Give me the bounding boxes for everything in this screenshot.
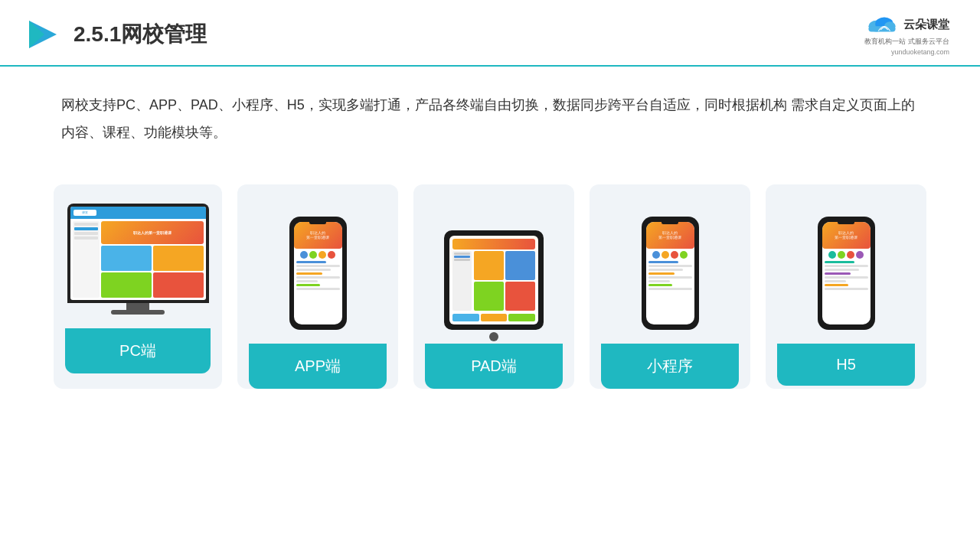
mini-mockup-wrapper: 职达人的第一堂职通课: [609, 207, 731, 330]
h5-device: 职达人的第一堂职通课: [818, 217, 875, 330]
tablet-content: [449, 236, 538, 324]
mini-phone-banner: 职达人的第一堂职通课: [646, 222, 694, 249]
brand-logo-img: 云朵课堂: [865, 14, 949, 35]
mini-label: 小程序: [601, 344, 739, 389]
brand-name: 云朵课堂: [903, 18, 949, 32]
h5-icon-2: [838, 251, 845, 259]
brand-tagline: 教育机构一站 式服务云平台: [864, 37, 949, 47]
tablet-screen: [449, 236, 538, 324]
mini-phone-notch: [662, 220, 678, 224]
tablet-outer: [444, 230, 544, 330]
mini-device: 职达人的第一堂职通课: [642, 217, 699, 330]
h5-label: H5: [777, 344, 915, 386]
tablet-header-bar: [452, 239, 535, 249]
card-mini: 职达人的第一堂职通课: [590, 184, 750, 389]
brand-url: yunduoketang.com: [891, 48, 949, 56]
h5-phone-outer: 职达人的第一堂职通课: [818, 217, 875, 330]
app-device: 职达人的第一堂职通课: [289, 217, 347, 330]
h5-icons-row: [822, 251, 871, 259]
h5-icon-4: [856, 251, 864, 259]
card-app: 职达人的第一堂职通课: [237, 184, 398, 389]
brand-logo: 云朵课堂 教育机构一站 式服务云平台 yunduoketang.com: [864, 14, 949, 56]
cards-container: 课堂 职达人的第一堂职通课: [0, 161, 980, 404]
header: 2.5.1网校管理 云朵课堂 教育机构一站 式服务云平台 yunduoketan…: [0, 0, 980, 67]
card-h5: 职达人的第一堂职通课: [766, 184, 926, 389]
cloud-icon: [865, 14, 899, 35]
mini-icons-row: [646, 251, 694, 259]
pc-mockup-wrapper: 课堂 职达人的第一堂职通课: [69, 207, 207, 315]
card-pc: 课堂 职达人的第一堂职通课: [54, 184, 222, 389]
h5-phone-screen: 职达人的第一堂职通课: [822, 222, 871, 324]
h5-icon-1: [828, 251, 836, 259]
pad-label: PAD端: [425, 344, 563, 389]
mini-icon-3: [671, 251, 678, 259]
phone-icon-4: [328, 251, 335, 259]
logo-arrow-icon: [23, 16, 60, 53]
app-label: APP端: [249, 344, 387, 389]
mini-icon-1: [652, 251, 660, 259]
phone-icon-1: [300, 251, 308, 259]
phone-screen: 职达人的第一堂职通课: [294, 222, 342, 324]
phone-outer: 职达人的第一堂职通课: [289, 217, 347, 330]
app-mockup-wrapper: 职达人的第一堂职通课: [256, 207, 379, 330]
pc-label: PC端: [65, 328, 211, 373]
h5-mockup-wrapper: 职达人的第一堂职通课: [785, 207, 907, 330]
phone-banner: 职达人的第一堂职通课: [294, 222, 342, 249]
page-title: 2.5.1网校管理: [74, 20, 207, 49]
phone-icons-row: [294, 251, 342, 259]
phone-notch: [309, 220, 326, 224]
tablet-home-button: [489, 332, 498, 341]
pc-screen-inner: 课堂 职达人的第一堂职通课: [70, 207, 206, 300]
pc-stand: [126, 303, 149, 310]
phone-icon-2: [309, 251, 317, 259]
pc-device: 课堂 职达人的第一堂职通课: [67, 204, 209, 315]
pc-base: [111, 310, 165, 315]
phone-lines: [294, 261, 342, 292]
header-left: 2.5.1网校管理: [23, 16, 207, 53]
mini-icon-4: [680, 251, 688, 259]
phone-icon-3: [318, 251, 326, 259]
mini-lines: [646, 261, 694, 292]
mini-phone-screen: 职达人的第一堂职通课: [646, 222, 694, 324]
card-pad: PAD端: [413, 184, 574, 389]
pad-device: [444, 230, 544, 330]
h5-lines: [822, 261, 871, 292]
h5-phone-banner: 职达人的第一堂职通课: [822, 222, 871, 249]
pc-screen-outer: 课堂 职达人的第一堂职通课: [67, 204, 209, 303]
pad-mockup-wrapper: [433, 207, 555, 330]
description-text: 网校支持PC、APP、PAD、小程序、H5，实现多端打通，产品各终端自由切换，数…: [0, 67, 980, 154]
h5-icon-3: [847, 251, 854, 259]
mini-phone-outer: 职达人的第一堂职通课: [642, 217, 699, 330]
h5-phone-notch: [838, 220, 854, 224]
mini-icon-2: [662, 251, 669, 259]
